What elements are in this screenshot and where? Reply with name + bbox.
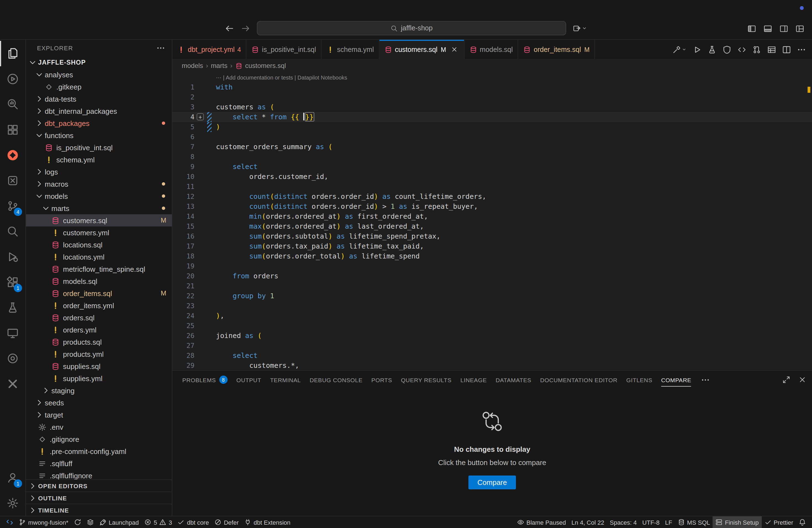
tree-item-orders-yml[interactable]: orders.yml: [26, 324, 172, 336]
tree-item-supplies-sql[interactable]: supplies.sql: [26, 360, 172, 372]
code-line-27[interactable]: 27: [172, 341, 812, 351]
activity-remote-explorer[interactable]: [0, 320, 25, 346]
panel-tab-lineage[interactable]: LINEAGE: [456, 371, 491, 389]
activity-accounts[interactable]: 1: [0, 465, 25, 490]
close-tab-icon[interactable]: [450, 45, 459, 54]
status-sync[interactable]: [71, 516, 84, 528]
tree-item-sqlfluffignore[interactable]: .sqlfluffignore: [26, 469, 172, 480]
panel-tab-datamates[interactable]: DATAMATES: [491, 371, 536, 389]
code-line-11[interactable]: 11: [172, 182, 812, 192]
tab-customers-sql[interactable]: customers.sqlM: [379, 40, 464, 59]
tree-item-schema-yml[interactable]: schema.yml: [26, 153, 172, 166]
tree-item-orders-sql[interactable]: orders.sql: [26, 311, 172, 324]
activity-settings[interactable]: [0, 490, 25, 516]
code-line-8[interactable]: 8: [172, 152, 812, 162]
status-encoding[interactable]: UTF-8: [640, 516, 662, 528]
add-action-icon[interactable]: +: [197, 113, 204, 120]
nav-forward-icon[interactable]: [241, 24, 250, 33]
tree-item-metricflow-time-spine-sql[interactable]: metricflow_time_spine.sql: [26, 263, 172, 275]
activity-explorer[interactable]: [0, 41, 25, 66]
git-pr-action[interactable]: [752, 45, 761, 54]
panel-more-tabs-icon[interactable]: [701, 375, 710, 384]
tree-item-logs[interactable]: logs: [26, 166, 172, 178]
code-line-19[interactable]: 19: [172, 261, 812, 271]
activity-run-circle[interactable]: [0, 66, 25, 92]
tree-item-data-tests[interactable]: data-tests: [26, 93, 172, 105]
status-problems[interactable]: 53: [141, 516, 175, 528]
panel-tab-debug-console[interactable]: DEBUG CONSOLE: [305, 371, 367, 389]
status-prettier[interactable]: Prettier: [762, 516, 796, 528]
activity-query-search[interactable]: [0, 92, 25, 117]
code-line-26[interactable]: 26joined as (: [172, 331, 812, 341]
tree-item-gitkeep[interactable]: .gitkeep: [26, 80, 172, 93]
code-line-17[interactable]: 17 sum(orders.tax_paid) as lifetime_tax_…: [172, 241, 812, 251]
status-indentation[interactable]: Spaces: 4: [607, 516, 640, 528]
activity-x[interactable]: [0, 371, 25, 397]
status-remote-indicator[interactable]: [3, 516, 16, 528]
panel-tab-gitlens[interactable]: GITLENS: [622, 371, 657, 389]
tree-item-target[interactable]: target: [26, 409, 172, 421]
status-dbt-projects[interactable]: [84, 516, 97, 528]
code-line-9[interactable]: 9 select: [172, 162, 812, 172]
status-finish-setup[interactable]: Finish Setup: [713, 516, 762, 528]
close-panel-icon[interactable]: [798, 376, 807, 384]
activity-search[interactable]: [0, 219, 25, 244]
status-git-branch[interactable]: mwong-fusion*: [16, 516, 71, 528]
dbt-build-action[interactable]: [672, 45, 686, 54]
activity-run-debug[interactable]: [0, 244, 25, 269]
code-line-23[interactable]: 23: [172, 301, 812, 311]
tree-item-marts[interactable]: marts: [26, 202, 172, 214]
customize-layout-icon[interactable]: [795, 24, 804, 33]
tree-item-customers-yml[interactable]: customers.yml: [26, 226, 172, 239]
tree-item-supplies-yml[interactable]: supplies.yml: [26, 372, 172, 384]
activity-testing[interactable]: [0, 295, 25, 320]
code-line-3[interactable]: 3customers as (: [172, 102, 812, 112]
lint-action[interactable]: [723, 45, 731, 54]
tree-item-dbt-internal-packages[interactable]: dbt_internal_packages: [26, 105, 172, 117]
code-editor[interactable]: ⋯ | Add documentation or tests | Datapil…: [172, 72, 812, 370]
tree-item-products-sql[interactable]: products.sql: [26, 336, 172, 348]
explorer-more-actions-icon[interactable]: [156, 44, 165, 53]
run-file-action[interactable]: [693, 45, 701, 54]
code-line-10[interactable]: 10 orders.customer_id,: [172, 172, 812, 182]
tab-dbt-project-yml[interactable]: dbt_project.yml4: [172, 40, 246, 59]
code-line-28[interactable]: 28 select: [172, 351, 812, 361]
code-line-14[interactable]: 14 min(orders.ordered_at) as first_order…: [172, 211, 812, 221]
panel-tab-problems[interactable]: PROBLEMS8: [178, 371, 232, 389]
tree-item-pre-commit-config-yaml[interactable]: .pre-commit-config.yaml: [26, 445, 172, 457]
status-defer[interactable]: Defer: [212, 516, 242, 528]
breadcrumb-item-marts[interactable]: marts: [211, 62, 227, 70]
status-dbt-core[interactable]: dbt core: [175, 516, 212, 528]
sidebar-section-outline[interactable]: OUTLINE: [26, 492, 172, 504]
tree-item-env[interactable]: .env: [26, 421, 172, 433]
status-dbt-extension[interactable]: dbt Extension: [242, 516, 293, 528]
tab-is-positive-int-sql[interactable]: is_positive_int.sql: [246, 40, 321, 59]
tree-item-sqlfluff[interactable]: .sqlfluff: [26, 457, 172, 469]
toggle-sidebar-icon[interactable]: [748, 24, 756, 33]
code-line-13[interactable]: 13 count(distinct orders.order_id) > 1 a…: [172, 202, 812, 211]
more-editor-actions[interactable]: [797, 45, 806, 54]
status-eol[interactable]: LF: [662, 516, 675, 528]
code-line-15[interactable]: 15 max(orders.ordered_at) as last_ordere…: [172, 221, 812, 231]
code-line-2[interactable]: 2: [172, 92, 812, 102]
activity-dbt[interactable]: [0, 143, 25, 168]
code-line-20[interactable]: 20 from orders: [172, 271, 812, 281]
code-line-7[interactable]: 7customer_orders_summary as (: [172, 142, 812, 152]
tree-item-dbt-packages[interactable]: dbt_packages: [26, 117, 172, 129]
activity-extensions[interactable]: 1: [0, 269, 25, 295]
code-line-5[interactable]: 5): [172, 122, 812, 132]
nav-back-icon[interactable]: [225, 24, 234, 33]
tree-item-is-positive-int-sql[interactable]: is_positive_int.sql: [26, 142, 172, 153]
code-line-29[interactable]: 29 customers.*,: [172, 361, 812, 370]
preview-table-action[interactable]: [767, 45, 776, 54]
breadcrumb-item-models[interactable]: models: [182, 62, 203, 70]
code-line-6[interactable]: 6: [172, 132, 812, 142]
panel-tab-output[interactable]: OUTPUT: [232, 371, 266, 389]
code-line-1[interactable]: 1with: [172, 82, 812, 92]
status-notifications[interactable]: [796, 516, 809, 528]
code-line-4[interactable]: 4+ select * from {{ }}: [172, 112, 812, 122]
tree-item-jaffle-shop[interactable]: JAFFLE-SHOP: [26, 56, 172, 69]
code-line-16[interactable]: 16 sum(orders.subtotal) as lifetime_spen…: [172, 231, 812, 241]
toggle-panel-icon[interactable]: [764, 24, 772, 33]
split-editor-action[interactable]: [782, 45, 791, 54]
